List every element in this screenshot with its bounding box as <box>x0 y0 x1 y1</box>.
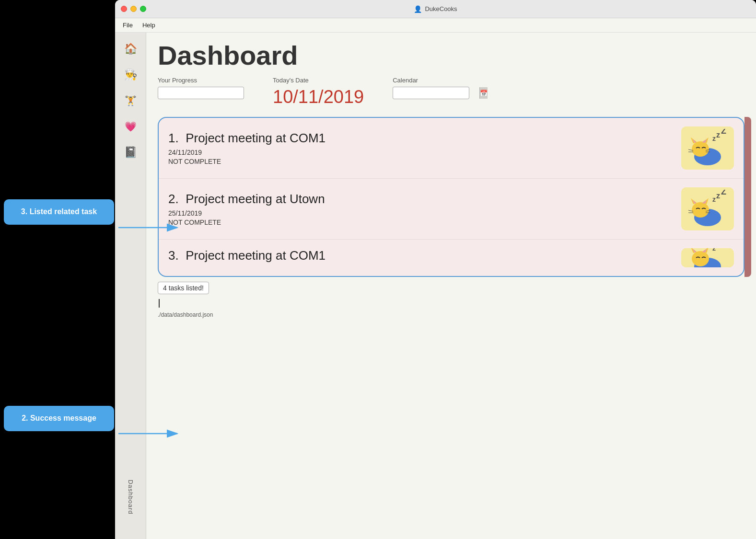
progress-bar <box>158 87 244 99</box>
task-cat-1: z z Z <box>681 126 734 170</box>
task-title-3: 3. Project meeting at COM1 <box>168 248 681 263</box>
home-icon[interactable]: 🏠 <box>122 40 139 57</box>
calendar-label: Calendar <box>393 77 469 84</box>
task-status-2: NOT COMPLETE <box>168 218 681 226</box>
sidebar: 🏠 👨‍🍳 🏋️ 💗 📓 Dashboard <box>115 33 146 539</box>
close-button[interactable] <box>121 6 127 12</box>
date-label: Today's Date <box>273 77 364 84</box>
health-icon[interactable]: 💗 <box>122 118 139 135</box>
minimize-button[interactable] <box>130 6 137 12</box>
task-date-2: 25/11/2019 <box>168 209 681 217</box>
svg-point-2 <box>692 141 709 157</box>
sleeping-cat-svg-3: z z Z <box>684 248 732 267</box>
content-area: Dashboard Your Progress Today's Date 10/… <box>146 33 756 539</box>
calendar-input[interactable] <box>393 90 479 97</box>
sleeping-cat-svg-2: z z Z <box>684 190 732 228</box>
cursor <box>159 299 160 308</box>
menu-bar: File Help <box>115 18 756 33</box>
success-message: 4 tasks listed! <box>158 282 209 294</box>
calendar-input-wrapper: 📅 <box>393 87 469 99</box>
chef-icon[interactable]: 👨‍🍳 <box>122 66 139 83</box>
task-info-1: 1. Project meeting at COM1 24/11/2019 NO… <box>168 131 681 165</box>
today-date: 10/11/2019 <box>273 87 364 107</box>
calendar-button[interactable]: 📅 <box>479 87 488 99</box>
svg-text:z: z <box>716 131 720 139</box>
task-list: 1. Project meeting at COM1 24/11/2019 NO… <box>158 117 744 277</box>
task-title-1: 1. Project meeting at COM1 <box>168 131 681 146</box>
svg-text:z: z <box>716 192 720 200</box>
sidebar-label: Dashboard <box>127 480 134 515</box>
scrollbar[interactable] <box>744 117 751 277</box>
progress-label: Your Progress <box>158 77 244 84</box>
task-cat-3: z z Z <box>681 248 734 267</box>
annotation-success-message: 2. Success message <box>4 406 114 431</box>
annotation-listed-task-text: 3. Listed related task <box>21 207 97 216</box>
svg-text:Z: Z <box>721 190 726 196</box>
task-item-2: 2. Project meeting at Utown 25/11/2019 N… <box>159 179 744 240</box>
svg-point-31 <box>692 251 709 266</box>
task-cat-2: z z Z <box>681 187 734 230</box>
sleeping-cat-svg: z z Z <box>684 129 732 167</box>
task-item-3: 3. Project meeting at COM1 <box>159 240 744 276</box>
svg-text:z: z <box>712 195 716 203</box>
calendar-section: Calendar 📅 <box>393 77 469 99</box>
date-section: Today's Date 10/11/2019 <box>273 77 364 107</box>
progress-section: Your Progress <box>158 77 244 99</box>
exercise-icon[interactable]: 🏋️ <box>122 92 139 109</box>
bottom-area: 4 tasks listed! <box>158 282 744 296</box>
svg-text:Z: Z <box>721 129 726 136</box>
svg-text:z: z <box>716 248 720 249</box>
file-path: ./data/dashboard.json <box>158 310 744 320</box>
task-list-wrapper: 1. Project meeting at COM1 24/11/2019 NO… <box>158 117 744 277</box>
main-area: 🏠 👨‍🍳 🏋️ 💗 📓 Dashboard Dashboard Your Pr… <box>115 33 756 539</box>
task-title-2: 2. Project meeting at Utown <box>168 192 681 206</box>
svg-text:z: z <box>712 135 716 142</box>
header-row: Your Progress Today's Date 10/11/2019 Ca… <box>158 77 744 107</box>
task-status-1: NOT COMPLETE <box>168 158 681 165</box>
svg-text:z: z <box>712 248 716 252</box>
command-line <box>158 296 744 310</box>
task-info-2: 2. Project meeting at Utown 25/11/2019 N… <box>168 192 681 226</box>
window-title: 👤 DukeCooks <box>414 5 457 13</box>
svg-point-17 <box>692 202 709 218</box>
title-bar: 👤 DukeCooks <box>115 0 756 18</box>
annotation-success-message-text: 2. Success message <box>22 414 96 422</box>
task-item: 1. Project meeting at COM1 24/11/2019 NO… <box>159 118 744 179</box>
menu-file[interactable]: File <box>123 22 133 29</box>
page-title: Dashboard <box>158 42 744 69</box>
diary-icon[interactable]: 📓 <box>122 144 139 161</box>
annotation-listed-task: 3. Listed related task <box>4 199 114 225</box>
title-icon: 👤 <box>414 5 422 13</box>
task-date-1: 24/11/2019 <box>168 149 681 156</box>
task-info-3: 3. Project meeting at COM1 <box>168 248 681 266</box>
traffic-lights <box>121 6 146 12</box>
window-title-text: DukeCooks <box>425 5 457 12</box>
maximize-button[interactable] <box>140 6 146 12</box>
menu-help[interactable]: Help <box>142 22 155 29</box>
app-window: 👤 DukeCooks File Help 🏠 👨‍🍳 🏋️ 💗 📓 Dashb… <box>115 0 756 539</box>
